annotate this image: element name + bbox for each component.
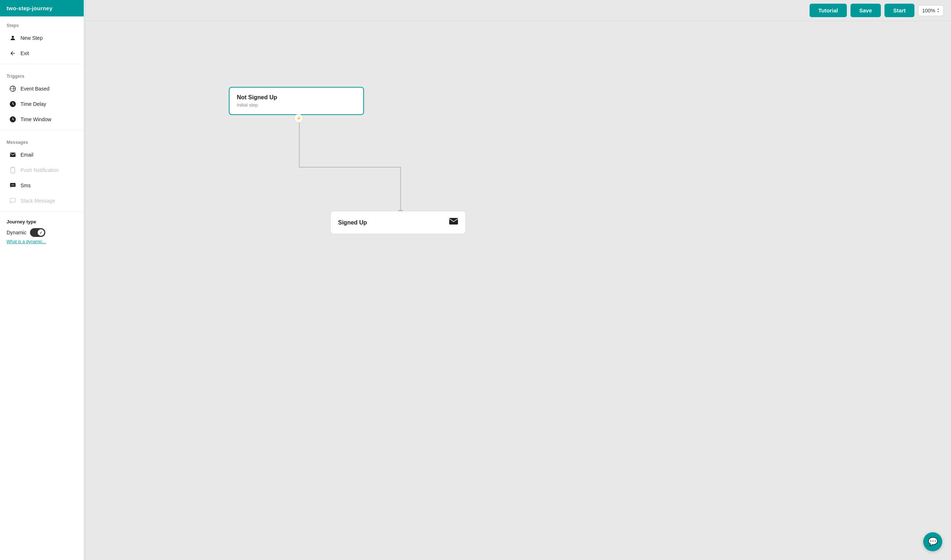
messages-section-label: Messages xyxy=(0,133,84,147)
sms-icon xyxy=(9,182,17,189)
svg-point-11 xyxy=(14,185,14,185)
email-icon xyxy=(9,151,17,159)
main-content: Tutorial Save Start 100% ▲ ▼ ⚡ Not Signe… xyxy=(86,0,951,560)
journey-type-label: Journey type xyxy=(6,219,77,225)
chat-bubble-button[interactable]: 💬 xyxy=(923,532,942,551)
node-signed-up[interactable]: Signed Up xyxy=(330,211,466,234)
sidebar-item-push-notification[interactable]: Push Notification xyxy=(2,163,82,177)
node-email-icon xyxy=(449,218,458,227)
dynamic-row: Dynamic ✓ xyxy=(6,228,77,237)
event-based-label: Event Based xyxy=(20,86,49,92)
node-not-signed-up[interactable]: Not Signed Up initial step xyxy=(229,87,364,115)
clock-icon-window xyxy=(9,115,17,123)
save-button[interactable]: Save xyxy=(851,4,881,17)
canvas: ⚡ Not Signed Up initial step Signed Up xyxy=(86,21,951,560)
sidebar-item-time-window[interactable]: Time Window xyxy=(2,112,82,127)
sidebar-item-new-step[interactable]: New Step xyxy=(2,31,82,45)
chat-bubble-icon: 💬 xyxy=(928,537,938,546)
sidebar-item-sms[interactable]: Sms xyxy=(2,178,82,193)
push-notification-label: Push Notification xyxy=(20,167,59,173)
email-label: Email xyxy=(20,152,33,158)
app-title: two-step-journey xyxy=(0,0,84,17)
zoom-down-arrow[interactable]: ▼ xyxy=(937,11,940,14)
new-step-label: New Step xyxy=(20,35,43,41)
divider-1 xyxy=(0,64,84,64)
svg-point-0 xyxy=(12,36,14,38)
zoom-arrows: ▲ ▼ xyxy=(937,8,940,14)
triggers-section-label: Triggers xyxy=(0,67,84,81)
connector-lines xyxy=(86,21,951,560)
dynamic-label: Dynamic xyxy=(6,229,26,235)
clock-icon-delay xyxy=(9,100,17,108)
start-button[interactable]: Start xyxy=(885,4,914,17)
sidebar-item-time-delay[interactable]: Time Delay xyxy=(2,97,82,111)
time-delay-label: Time Delay xyxy=(20,101,46,107)
divider-3 xyxy=(0,211,84,212)
steps-section-label: Steps xyxy=(0,17,84,30)
slack-icon xyxy=(9,197,17,205)
person-icon xyxy=(9,34,17,42)
svg-rect-5 xyxy=(10,152,16,157)
exit-label: Exit xyxy=(20,51,29,56)
zoom-control[interactable]: 100% ▲ ▼ xyxy=(918,5,944,16)
sidebar-item-event-based[interactable]: Event Based xyxy=(2,82,82,96)
zoom-value: 100% xyxy=(922,8,935,14)
what-is-dynamic-link[interactable]: What is a dynamic... xyxy=(6,239,77,244)
svg-rect-12 xyxy=(10,198,16,202)
tutorial-button[interactable]: Tutorial xyxy=(809,4,847,17)
sidebar-item-exit[interactable]: Exit xyxy=(2,46,82,61)
toolbar: Tutorial Save Start 100% ▲ ▼ xyxy=(86,0,951,21)
dynamic-toggle[interactable]: ✓ xyxy=(30,228,45,237)
globe-icon xyxy=(9,85,17,93)
toggle-knob: ✓ xyxy=(38,229,44,236)
svg-point-10 xyxy=(12,185,13,185)
divider-2 xyxy=(0,130,84,130)
svg-point-9 xyxy=(11,185,12,185)
sidebar-item-slack[interactable]: Slack Message xyxy=(2,194,82,208)
svg-rect-14 xyxy=(449,218,458,225)
sidebar-item-email[interactable]: Email xyxy=(2,148,82,162)
slack-label: Slack Message xyxy=(20,198,55,204)
sidebar: two-step-journey Steps New Step Exit Tri… xyxy=(0,0,84,560)
node-signed-up-title: Signed Up xyxy=(338,219,367,226)
time-window-label: Time Window xyxy=(20,117,51,122)
lightning-icon: ⚡ xyxy=(294,114,303,123)
toggle-check-icon: ✓ xyxy=(40,231,42,235)
journey-type-section: Journey type Dynamic ✓ What is a dynamic… xyxy=(0,215,84,249)
node-not-signed-up-title: Not Signed Up xyxy=(237,94,356,101)
node-not-signed-up-subtitle: initial step xyxy=(237,102,356,108)
exit-icon xyxy=(9,49,17,57)
sms-label: Sms xyxy=(20,183,31,188)
phone-icon xyxy=(9,166,17,174)
